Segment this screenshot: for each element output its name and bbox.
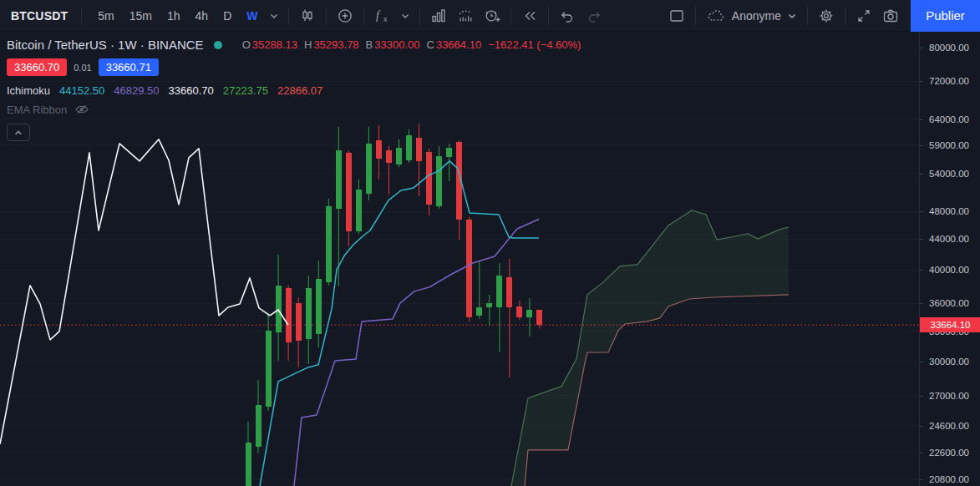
current-price-label: 33664.10 xyxy=(920,317,980,332)
separator xyxy=(845,7,845,25)
indicator-templates-icon[interactable] xyxy=(425,0,452,32)
svg-text:x: x xyxy=(383,15,388,23)
top-toolbar: BTCUSDT 5m15m1h4hDW f x xyxy=(0,0,980,32)
user-menu[interactable]: Anonyme xyxy=(701,0,802,32)
ohlc-value: 33300.00 xyxy=(374,38,419,51)
indicator-ema-ribbon-label[interactable]: EMA Ribbon xyxy=(7,104,67,116)
ohlc-label: C xyxy=(427,38,434,51)
user-chevron-down-icon xyxy=(787,11,797,21)
indicators-fx-icon[interactable]: f x xyxy=(369,0,396,32)
ichimoku-value: 46829.50 xyxy=(114,84,159,97)
separator xyxy=(326,7,327,25)
separator xyxy=(695,7,696,25)
ohlc-label: B xyxy=(366,38,373,51)
symbol-title[interactable]: Bitcoin / TetherUS · 1W · BINANCE xyxy=(7,38,204,52)
ohlc-label: O xyxy=(242,38,251,51)
cloud-icon xyxy=(706,0,726,32)
publish-button[interactable]: Publier xyxy=(911,0,980,32)
ask-price-button[interactable]: 33660.71 xyxy=(99,58,159,76)
ichimoku-value: 33660.70 xyxy=(169,84,214,97)
layout-icon[interactable] xyxy=(663,0,690,32)
ohlc-values: O35288.13H35293.78B33300.00C33664.10 xyxy=(242,38,489,51)
eye-slash-icon[interactable] xyxy=(74,103,89,116)
chart-legend: Bitcoin / TetherUS · 1W · BINANCE O35288… xyxy=(7,38,581,141)
ichimoku-value: 44152.50 xyxy=(59,84,104,97)
price-change: −1622.41 (−4.60%) xyxy=(488,38,581,51)
timeframe-1h[interactable]: 1h xyxy=(160,0,188,32)
ichimoku-values: 44152.5046829.5033660.7027223.7522866.07 xyxy=(50,84,322,97)
legend-collapse-button[interactable] xyxy=(7,124,30,141)
ichimoku-value: 27223.75 xyxy=(223,84,268,97)
timeframe-W[interactable]: W xyxy=(239,0,265,32)
compare-plus-icon[interactable] xyxy=(332,0,358,32)
separator xyxy=(288,7,289,25)
candles-icon[interactable] xyxy=(294,0,321,32)
separator xyxy=(510,7,511,25)
ichimoku-value: 22866.07 xyxy=(277,84,322,97)
settings-gear-icon[interactable] xyxy=(813,0,840,32)
indicators-chevron-down-icon[interactable] xyxy=(396,0,414,32)
replay-icon[interactable] xyxy=(516,0,543,32)
chevron-up-icon xyxy=(13,129,23,137)
price-axis[interactable]: 80000.0072000.0064000.0059000.0054000.00… xyxy=(919,32,980,486)
undo-icon[interactable] xyxy=(554,0,581,32)
bid-price-button[interactable]: 33660.70 xyxy=(7,58,67,76)
separator xyxy=(363,7,364,25)
spread-value: 0.01 xyxy=(74,63,91,73)
ohlc-value: 33664.10 xyxy=(436,38,481,51)
separator xyxy=(807,7,808,25)
username-label: Anonyme xyxy=(732,9,781,23)
timeframe-5m[interactable]: 5m xyxy=(90,0,121,32)
market-status-icon[interactable] xyxy=(214,41,222,49)
symbol-button[interactable]: BTCUSDT xyxy=(11,9,68,23)
forecast-icon[interactable] xyxy=(452,0,479,32)
timeframe-D[interactable]: D xyxy=(216,0,239,32)
indicator-ichimoku-label[interactable]: Ichimoku xyxy=(7,84,50,97)
timeframe-group: 5m15m1h4hDW xyxy=(90,0,265,32)
alert-plus-icon[interactable] xyxy=(479,0,505,32)
toolbar-right: Anonyme Publier xyxy=(663,0,980,32)
timeframe-chevron-down-icon[interactable] xyxy=(265,0,283,32)
svg-text:f: f xyxy=(376,9,381,22)
fullscreen-icon[interactable] xyxy=(851,0,877,32)
timeframe-15m[interactable]: 15m xyxy=(122,0,160,32)
tenkan-line xyxy=(260,161,539,486)
separator xyxy=(419,7,420,25)
ohlc-value: 35293.78 xyxy=(313,38,358,51)
separator xyxy=(548,7,549,25)
separator xyxy=(81,7,82,25)
timeframe-4h[interactable]: 4h xyxy=(188,0,216,32)
chikou-line xyxy=(0,139,288,444)
ohlc-value: 35288.13 xyxy=(252,38,297,51)
ohlc-label: H xyxy=(304,38,312,51)
redo-icon[interactable] xyxy=(581,0,607,32)
camera-icon[interactable] xyxy=(877,0,904,32)
